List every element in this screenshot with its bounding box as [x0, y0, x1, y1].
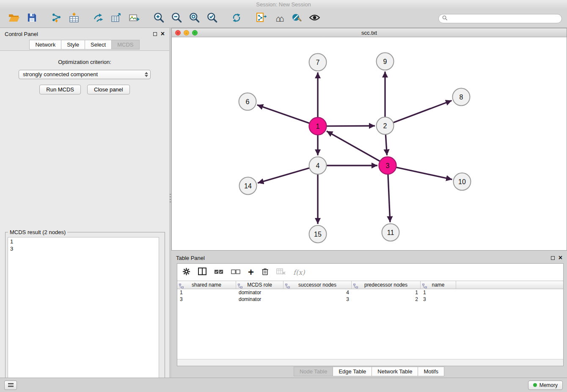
toolbar-search[interactable]: [438, 14, 562, 23]
graph-edge-2-8[interactable]: [393, 101, 452, 123]
table-header-row: shared name MCDS role successor nodes pr…: [177, 281, 563, 289]
function-builder-button[interactable]: f(x): [293, 268, 305, 276]
export-image-button[interactable]: [127, 11, 141, 26]
table-row[interactable]: 1 dominator 4 1 1: [177, 289, 563, 296]
delete-column-button[interactable]: [261, 268, 269, 277]
tab-edge-table[interactable]: Edge Table: [333, 367, 372, 376]
refresh-layout-button[interactable]: [229, 11, 244, 26]
show-panels-button[interactable]: [4, 381, 17, 390]
graph-node-4[interactable]: 4: [309, 157, 327, 174]
table-panel: Table Panel × + f(x) shared name MCDS ro…: [171, 252, 567, 378]
graph-node-2[interactable]: 2: [377, 117, 394, 135]
new-network-button[interactable]: [91, 11, 106, 26]
graph-node-15[interactable]: 15: [309, 226, 327, 243]
graph-node-6[interactable]: 6: [239, 93, 256, 110]
memory-button[interactable]: Memory: [528, 381, 563, 390]
tab-mcds[interactable]: MCDS: [111, 40, 139, 50]
close-window-icon[interactable]: ×: [175, 30, 181, 36]
optimization-criterion-label: Optimization criterion:: [0, 59, 169, 65]
table-horizontal-scrollbar[interactable]: [177, 359, 563, 366]
tab-node-table[interactable]: Node Table: [294, 367, 333, 376]
graph-edge-3-1[interactable]: [327, 131, 380, 161]
home-button[interactable]: ⌂⌂: [272, 11, 286, 26]
attribute-icon: [353, 283, 358, 290]
tab-network[interactable]: Network: [29, 40, 61, 50]
show-hide-button[interactable]: [307, 11, 322, 26]
attribute-icon: [179, 283, 184, 290]
select-all-columns-icon[interactable]: [214, 268, 223, 276]
network-graph[interactable]: 7968124314101511: [172, 37, 567, 250]
import-table-button[interactable]: [67, 11, 81, 26]
graph-edge-1-2[interactable]: [326, 126, 375, 126]
save-floppy-icon: [27, 13, 37, 24]
export-image-icon: [129, 12, 140, 25]
window-title: Session: New Session: [0, 0, 567, 9]
deselect-all-columns-icon[interactable]: [231, 268, 240, 276]
import-network-icon: [51, 12, 62, 25]
control-panel-tabs: Network Style Select MCDS: [0, 40, 169, 50]
graph-node-3[interactable]: 3: [379, 157, 396, 174]
graph-edge-3-11[interactable]: [388, 174, 390, 222]
table-settings-button[interactable]: [182, 268, 190, 277]
run-mcds-button[interactable]: Run MCDS: [39, 85, 81, 94]
open-folder-icon: [8, 13, 20, 25]
column-header-successor-nodes[interactable]: successor nodes: [284, 281, 352, 289]
tab-style[interactable]: Style: [61, 40, 85, 50]
clone-network-icon: [255, 12, 267, 25]
attribute-icon: [238, 283, 242, 290]
graph-node-10[interactable]: 10: [454, 173, 471, 190]
tab-motifs[interactable]: Motifs: [418, 367, 444, 376]
zoom-in-button[interactable]: [151, 11, 166, 26]
float-table-panel-icon[interactable]: [551, 256, 555, 260]
table-tabs: Node Table Edge Table Network Table Moti…: [171, 367, 567, 376]
tab-network-table[interactable]: Network Table: [372, 367, 418, 376]
clone-network-button[interactable]: [254, 11, 268, 26]
float-panel-icon[interactable]: [153, 32, 157, 36]
maximize-window-icon[interactable]: +: [192, 30, 198, 36]
graph-node-8[interactable]: 8: [453, 88, 470, 106]
network-window: × − + scc.txt 7968124314101511: [171, 28, 567, 251]
zoom-selected-icon: [206, 12, 218, 25]
graph-node-7[interactable]: 7: [309, 54, 327, 71]
column-header-shared-name[interactable]: shared name: [177, 281, 236, 289]
column-header-predecessor-nodes[interactable]: predecessor nodes: [352, 281, 421, 289]
import-network-button[interactable]: [49, 11, 63, 26]
show-columns-button[interactable]: [198, 268, 206, 277]
table-row[interactable]: 3 dominator 3 2 3: [177, 296, 563, 303]
criterion-dropdown[interactable]: strongly connected component: [19, 70, 151, 79]
graph-node-14[interactable]: 14: [239, 177, 257, 195]
column-header-name[interactable]: name: [421, 281, 456, 289]
graph-node-11[interactable]: 11: [382, 224, 399, 241]
close-panel-icon[interactable]: ×: [161, 30, 165, 37]
memory-label: Memory: [539, 382, 558, 388]
graph-edge-1-6[interactable]: [257, 105, 310, 124]
graph-edge-2-3[interactable]: [385, 134, 387, 155]
save-session-button[interactable]: [25, 11, 39, 26]
graph-node-label: 2: [383, 122, 387, 130]
zoom-in-icon: [153, 12, 165, 25]
graph-node-9[interactable]: 9: [377, 53, 394, 70]
column-header-mcds-role[interactable]: MCDS role: [236, 281, 284, 289]
table-toolbar: + f(x): [177, 264, 563, 281]
mcds-result-list[interactable]: 1 3: [8, 237, 159, 392]
close-panel-button[interactable]: Close panel: [87, 85, 130, 94]
graph-edge-4-14[interactable]: [258, 168, 310, 183]
new-table-button[interactable]: [109, 11, 124, 26]
add-column-button[interactable]: +: [248, 267, 254, 277]
graph-node-1[interactable]: 1: [309, 118, 327, 135]
table-panel-title: Table Panel: [176, 255, 205, 261]
zoom-selected-button[interactable]: [205, 11, 219, 26]
open-session-button[interactable]: [7, 11, 21, 26]
apply-style-icon: [291, 12, 302, 25]
import-table-icon: [69, 12, 80, 25]
graph-node-label: 3: [386, 162, 390, 169]
zoom-out-button[interactable]: [169, 11, 184, 26]
tab-select[interactable]: Select: [85, 40, 112, 50]
search-input[interactable]: [450, 16, 558, 22]
apply-style-button[interactable]: [289, 11, 304, 26]
zoom-fit-button[interactable]: [187, 11, 201, 26]
graph-edge-3-10[interactable]: [396, 167, 452, 179]
minimize-window-icon[interactable]: −: [184, 30, 189, 36]
close-table-panel-icon[interactable]: ×: [559, 254, 562, 261]
mcds-result-line: 3: [10, 245, 157, 252]
